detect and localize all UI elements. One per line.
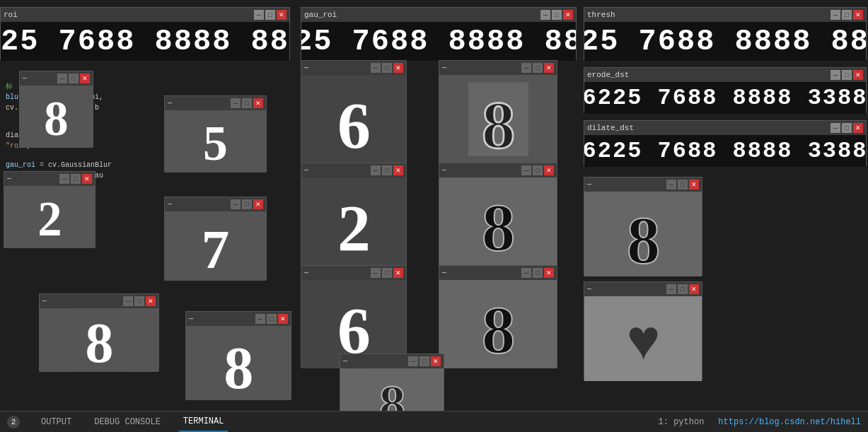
dw3-min[interactable]: ─ xyxy=(59,174,69,184)
gau-roi-titlebar[interactable]: gau_roi ─ □ ✕ xyxy=(301,8,576,22)
dw1-min[interactable]: ─ xyxy=(57,74,67,83)
thresh-close[interactable]: ✕ xyxy=(853,10,863,20)
dw10-max[interactable]: □ xyxy=(533,165,543,175)
dw14-max[interactable]: □ xyxy=(678,180,688,189)
dw5-max[interactable]: □ xyxy=(134,296,144,306)
gau-roi-minimize[interactable]: ─ xyxy=(540,10,550,20)
thresh-maximize[interactable]: □ xyxy=(842,10,852,20)
digit-win-2: ─ ─ □ ✕ 5 xyxy=(164,95,267,172)
gau-roi-maximize[interactable]: □ xyxy=(552,10,562,20)
digit-win-4-titlebar[interactable]: ─ ─ □ ✕ xyxy=(165,197,266,211)
tab-debug-console[interactable]: DEBUG CONSOLE xyxy=(90,411,165,432)
svg-text:8: 8 xyxy=(481,191,514,259)
roi-titlebar[interactable]: roi ─ □ ✕ xyxy=(1,8,289,22)
dilate-minimize[interactable]: ─ xyxy=(831,123,840,133)
digit-win-1-titlebar[interactable]: ─ ─ □ ✕ xyxy=(20,71,93,86)
thresh-title: thresh xyxy=(587,11,829,19)
dilate-dst-titlebar[interactable]: dilate_dst ─ □ ✕ xyxy=(584,121,866,135)
dw2-min[interactable]: ─ xyxy=(231,98,241,108)
dw6-max[interactable]: □ xyxy=(267,314,277,324)
dw8-max[interactable]: □ xyxy=(533,63,543,73)
roi-maximize[interactable]: □ xyxy=(265,10,275,20)
bottom-right: 1: python https://blog.csdn.net/hihell xyxy=(659,417,861,427)
digit-win-13-titlebar[interactable]: ─ ─ □ ✕ xyxy=(340,354,444,368)
dw6-min[interactable]: ─ xyxy=(255,314,265,324)
dw14-min[interactable]: ─ xyxy=(666,180,676,189)
digit-win-6-titlebar[interactable]: ─ ─ □ ✕ xyxy=(186,312,291,326)
digit-win-9-titlebar[interactable]: ─ ─ □ ✕ xyxy=(301,163,406,177)
dw3-close[interactable]: ✕ xyxy=(82,174,92,184)
svg-text:8: 8 xyxy=(481,293,514,361)
digit-win-8-titlebar[interactable]: ─ ─ □ ✕ xyxy=(439,61,557,75)
dw14-close[interactable]: ✕ xyxy=(689,180,699,189)
dw10-close[interactable]: ✕ xyxy=(544,165,554,175)
dw13-close[interactable]: ✕ xyxy=(431,356,441,366)
erode-dst-titlebar[interactable]: erode_dst ─ □ ✕ xyxy=(584,68,866,82)
dw9-max[interactable]: □ xyxy=(382,165,392,175)
dw4-close[interactable]: ✕ xyxy=(253,199,263,209)
blog-url[interactable]: https://blog.csdn.net/hihell xyxy=(718,417,861,427)
dw15-max[interactable]: □ xyxy=(678,284,688,294)
digit-win-15-titlebar[interactable]: ─ ─ □ ✕ xyxy=(584,282,702,296)
tab-output[interactable]: OUTPUT xyxy=(37,411,76,432)
digit-win-12-titlebar[interactable]: ─ ─ □ ✕ xyxy=(439,266,557,280)
digit-win-14-titlebar[interactable]: ─ ─ □ ✕ xyxy=(584,177,702,192)
digit-win-11-titlebar[interactable]: ─ ─ □ ✕ xyxy=(301,266,406,280)
digit-win-7-titlebar[interactable]: ─ ─ □ ✕ xyxy=(301,61,406,75)
dw7-max[interactable]: □ xyxy=(382,63,392,73)
dw11-min[interactable]: ─ xyxy=(371,268,381,278)
digit-win-5-titlebar[interactable]: ─ ─ □ ✕ xyxy=(40,294,158,308)
thresh-titlebar[interactable]: thresh ─ □ ✕ xyxy=(584,8,866,22)
dilate-dst-numbers: 6225 7688 8888 3388 xyxy=(584,135,866,167)
dw3-max[interactable]: □ xyxy=(71,174,81,184)
svg-text:♥: ♥ xyxy=(626,308,660,370)
dw13-max[interactable]: □ xyxy=(419,356,429,366)
dw5-close[interactable]: ✕ xyxy=(146,296,156,306)
tab-terminal[interactable]: TERMINAL xyxy=(179,411,228,432)
dw12-min[interactable]: ─ xyxy=(521,268,531,278)
dw7-min[interactable]: ─ xyxy=(371,63,381,73)
roi-close[interactable]: ✕ xyxy=(277,10,287,20)
erode-minimize[interactable]: ─ xyxy=(831,70,840,80)
digit-win-4: ─ ─ □ ✕ 7 xyxy=(164,197,267,280)
dw9-close[interactable]: ✕ xyxy=(393,165,403,175)
dw11-max[interactable]: □ xyxy=(382,268,392,278)
thresh-minimize[interactable]: ─ xyxy=(831,10,840,20)
dilate-close[interactable]: ✕ xyxy=(853,123,863,133)
digit-win-14: ─ ─ □ ✕ 8 xyxy=(584,177,702,276)
svg-text:6: 6 xyxy=(337,293,371,361)
digit-win-3-titlebar[interactable]: ─ ─ □ ✕ xyxy=(4,172,95,186)
thresh-window: thresh ─ □ ✕ 6225 7688 8888 8888 xyxy=(584,7,867,60)
svg-text:2: 2 xyxy=(337,191,371,259)
dw7-close[interactable]: ✕ xyxy=(393,63,403,73)
dw8-min[interactable]: ─ xyxy=(521,63,531,73)
digit-win-2-titlebar[interactable]: ─ ─ □ ✕ xyxy=(165,96,266,110)
digit-win-9: ─ ─ □ ✕ 2 xyxy=(301,163,407,265)
dw8-close[interactable]: ✕ xyxy=(544,63,554,73)
roi-minimize[interactable]: ─ xyxy=(254,10,264,20)
erode-maximize[interactable]: □ xyxy=(842,70,852,80)
dw6-close[interactable]: ✕ xyxy=(278,314,288,324)
dw4-min[interactable]: ─ xyxy=(231,199,241,209)
dw15-close[interactable]: ✕ xyxy=(689,284,699,294)
digit-svg-3: 2 xyxy=(30,191,69,244)
svg-text:8: 8 xyxy=(626,204,659,272)
dw10-min[interactable]: ─ xyxy=(521,165,531,175)
dw15-min[interactable]: ─ xyxy=(666,284,676,294)
digit-svg-7: 6 xyxy=(328,82,381,156)
dw1-max[interactable]: □ xyxy=(69,74,79,83)
digit-win-10-titlebar[interactable]: ─ ─ □ ✕ xyxy=(439,163,557,177)
dw12-close[interactable]: ✕ xyxy=(544,268,554,278)
dw9-min[interactable]: ─ xyxy=(371,165,381,175)
dw4-max[interactable]: □ xyxy=(242,199,252,209)
dw2-close[interactable]: ✕ xyxy=(253,98,263,108)
dw12-max[interactable]: □ xyxy=(533,268,543,278)
dw1-close[interactable]: ✕ xyxy=(80,74,90,83)
dw11-close[interactable]: ✕ xyxy=(393,268,403,278)
erode-close[interactable]: ✕ xyxy=(853,70,863,80)
dw5-min[interactable]: ─ xyxy=(123,296,133,306)
dw2-max[interactable]: □ xyxy=(242,98,252,108)
dw13-min[interactable]: ─ xyxy=(408,356,418,366)
gau-roi-close[interactable]: ✕ xyxy=(563,10,573,20)
dilate-maximize[interactable]: □ xyxy=(842,123,852,133)
